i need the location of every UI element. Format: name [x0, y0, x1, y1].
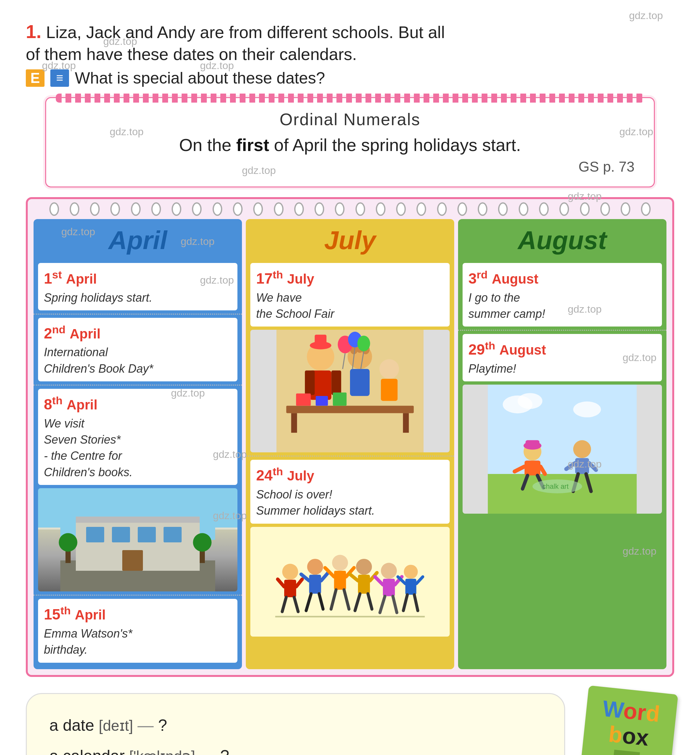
spiral-hole [49, 202, 59, 216]
spiral-hole [233, 202, 242, 216]
calendar-wrapper: April 1st April Spring holidays start. 2… [26, 197, 674, 677]
spiral-hole [437, 202, 447, 216]
date-month: April [66, 271, 97, 286]
building-svg [38, 488, 238, 591]
month-header-august: August [458, 219, 666, 260]
date-month: August [499, 343, 546, 358]
spiral-hole [192, 202, 202, 216]
calendar-entry-text: I go to thesummer camp! [469, 290, 656, 322]
date-number: 2 [44, 325, 52, 342]
svg-rect-3 [76, 517, 200, 523]
spiral-hole [90, 202, 100, 216]
date-month: July [287, 271, 314, 286]
calendar-date: 24th July [256, 465, 444, 485]
svg-rect-48 [309, 575, 321, 594]
svg-rect-38 [333, 393, 347, 406]
date-ordinal: th [273, 269, 283, 281]
svg-rect-84 [525, 440, 539, 448]
grammar-gs-ref: GS p. 73 [66, 159, 634, 175]
svg-rect-54 [334, 571, 346, 590]
spiral-hole [355, 202, 365, 216]
intro-line2: of them have these dates on their calend… [26, 44, 674, 66]
exercise-icon-lines: ≡ [50, 69, 69, 87]
svg-rect-33 [286, 406, 414, 413]
vocab-item-calendar: a calendar ['kælɪndə] — ? [49, 744, 542, 755]
spiral-hole [314, 202, 324, 216]
date-month: August [492, 271, 538, 286]
calendar-date: 8th April [44, 394, 231, 414]
svg-point-10 [59, 533, 77, 552]
date-number: 1 [44, 270, 52, 287]
spiral-hole [110, 202, 120, 216]
school-fair-svg [250, 330, 450, 452]
word-box-text: Word box [599, 696, 661, 752]
date-number: 29 [469, 341, 485, 358]
calendar-date: 3rd August [469, 268, 656, 288]
calendar-date: 29th August [469, 339, 656, 359]
date-ordinal: th [60, 604, 71, 617]
calendar-entry-text: We visitSeven Stories*- the Centre forCh… [44, 416, 231, 481]
spiral-hole [151, 202, 161, 216]
grammar-title: Ordinal Numerals [66, 110, 634, 129]
svg-text:chalk art: chalk art [542, 483, 569, 491]
spiral-hole [458, 202, 467, 216]
svg-rect-72 [405, 578, 416, 594]
svg-point-29 [358, 336, 370, 352]
svg-point-41 [282, 564, 298, 580]
grammar-bold-word: first [236, 135, 269, 155]
page: gdz.top gdz.top gdz.top gdz.top gdz.top … [0, 0, 700, 755]
svg-rect-4 [86, 527, 104, 542]
separator [246, 456, 454, 456]
word-box-container: Word box [584, 690, 674, 755]
month-header-april: April [34, 219, 242, 260]
spiral-hole [519, 202, 528, 216]
spiral-hole [559, 202, 569, 216]
calendar-entry-text: Emma Watson's*birthday. [44, 625, 231, 658]
calendar-entry-text: We havethe School Fair [256, 290, 444, 322]
date-number: 17 [256, 270, 273, 287]
calendar-column-july: July 17th July We havethe School Fair [246, 219, 454, 669]
children-dancing-svg [250, 527, 450, 636]
spiral-hole [478, 202, 488, 216]
calendar-entry-text: School is over!Summer holidays start. [256, 486, 444, 519]
svg-point-80 [518, 393, 542, 409]
summer-camp-image: chalk art [462, 385, 662, 514]
spiral-hole [498, 202, 508, 216]
spiral-hole [580, 202, 590, 216]
date-ordinal: nd [52, 323, 66, 336]
separator [458, 330, 666, 331]
svg-rect-8 [122, 550, 143, 571]
calendar-date: 17th July [256, 268, 444, 288]
spiral-hole [274, 202, 284, 216]
vocabulary-section: a date [deɪt] — ? a calendar ['kælɪndə] … [26, 693, 565, 755]
separator [34, 385, 242, 386]
svg-rect-6 [138, 527, 156, 542]
spiral-hole [131, 202, 141, 216]
bottom-section: a date [deɪt] — ? a calendar ['kælɪndə] … [26, 686, 674, 755]
calendar-entry-3-august: 3rd August I go to thesummer camp! [462, 263, 662, 327]
word-letter-w: W [602, 696, 625, 723]
spiral-hole [70, 202, 79, 216]
spiral-row [31, 202, 669, 216]
svg-rect-16 [305, 370, 314, 395]
spiral-hole [416, 202, 426, 216]
word-letter-ox: ox [621, 723, 650, 750]
vocab-item-date: a date [deɪt] — ? [49, 713, 542, 738]
spiral-hole [294, 202, 304, 216]
svg-rect-60 [358, 575, 370, 594]
svg-point-59 [356, 558, 372, 574]
svg-point-47 [307, 558, 323, 574]
calendar-entry-15-april: 15th April Emma Watson's*birthday. [38, 599, 238, 663]
calendar-grid: April 1st April Spring holidays start. 2… [31, 219, 669, 672]
calendar-entry-text: InternationalChildren's Book Day* [44, 344, 231, 377]
svg-rect-85 [525, 461, 540, 475]
svg-point-25 [379, 359, 399, 379]
calendar-date: 15th April [44, 604, 231, 624]
calendar-entry-2-april: 2nd April InternationalChildren's Book D… [38, 318, 238, 381]
date-number: 15 [44, 606, 60, 623]
question-text: What is special about these dates? [75, 69, 325, 88]
svg-rect-19 [315, 335, 327, 347]
calendar-entry-1-april: 1st April Spring holidays start. [38, 263, 238, 310]
school-fair-image [250, 330, 450, 452]
spiral-hole [376, 202, 386, 216]
